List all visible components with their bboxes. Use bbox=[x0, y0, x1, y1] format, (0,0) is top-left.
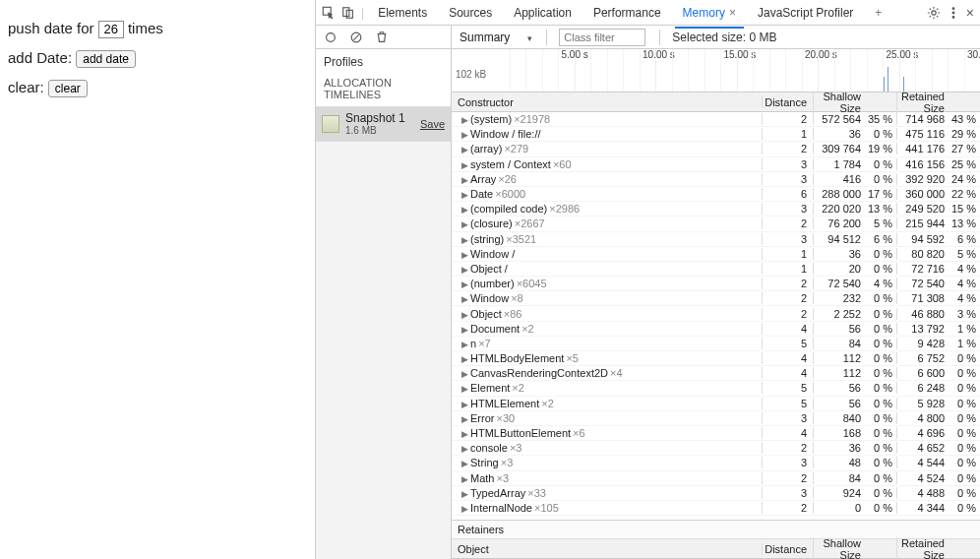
expand-icon[interactable]: ▶ bbox=[461, 175, 468, 185]
expand-icon[interactable]: ▶ bbox=[461, 429, 468, 439]
tab-sources[interactable]: Sources bbox=[441, 2, 500, 24]
allocation-timelines-heading: ALLOCATION TIMELINES bbox=[316, 73, 451, 107]
table-row[interactable]: ▶String×33480 %4 5440 % bbox=[452, 456, 980, 470]
expand-icon[interactable]: ▶ bbox=[461, 160, 468, 170]
table-row[interactable]: ▶(number)×6045272 5404 %72 5404 % bbox=[452, 277, 980, 291]
expand-icon[interactable]: ▶ bbox=[461, 474, 468, 484]
expand-icon[interactable]: ▶ bbox=[461, 325, 468, 335]
col-constructor[interactable]: Constructor bbox=[452, 96, 762, 108]
col-distance[interactable]: Distance bbox=[762, 96, 813, 108]
svg-point-5 bbox=[952, 12, 954, 14]
col-shallow[interactable]: Shallow Size bbox=[813, 91, 896, 114]
table-row[interactable]: ▶Window /1360 %80 8205 % bbox=[452, 247, 980, 262]
clear-button[interactable]: clear bbox=[48, 80, 88, 97]
record-icon[interactable] bbox=[324, 31, 337, 44]
expand-icon[interactable]: ▶ bbox=[461, 340, 468, 349]
table-row[interactable]: ▶(string)×3521394 5126 %94 5926 % bbox=[452, 232, 980, 247]
more-icon[interactable] bbox=[947, 6, 960, 20]
expand-icon[interactable]: ▶ bbox=[461, 235, 468, 245]
inspect-icon[interactable] bbox=[322, 6, 336, 20]
table-row[interactable]: ▶Window×822320 %71 3084 % bbox=[452, 291, 980, 306]
expand-icon[interactable]: ▶ bbox=[461, 489, 468, 499]
table-row[interactable]: ▶Document×24560 %13 7921 % bbox=[452, 322, 980, 337]
expand-icon[interactable]: ▶ bbox=[461, 354, 468, 364]
trash-icon[interactable] bbox=[375, 31, 389, 44]
table-row[interactable]: ▶Array×2634160 %392 92024 % bbox=[452, 172, 980, 187]
tab-elements[interactable]: Elements bbox=[370, 2, 435, 24]
snapshot-size: 1.6 MB bbox=[345, 125, 420, 137]
device-icon[interactable] bbox=[341, 6, 355, 20]
push-label-post: times bbox=[128, 20, 163, 36]
devtools-close-icon[interactable]: × bbox=[966, 5, 974, 21]
retainers-col-object[interactable]: Object bbox=[452, 543, 762, 555]
tab-performance[interactable]: Performance bbox=[585, 2, 669, 24]
expand-icon[interactable]: ▶ bbox=[461, 459, 468, 468]
push-label-pre: push date for bbox=[8, 20, 94, 36]
table-header: Constructor Distance Shallow Size Retain… bbox=[452, 93, 980, 112]
expand-icon[interactable]: ▶ bbox=[461, 190, 468, 200]
expand-icon[interactable]: ▶ bbox=[461, 384, 468, 394]
table-row[interactable]: ▶CanvasRenderingContext2D×441120 %6 6000… bbox=[452, 366, 980, 381]
table-row[interactable]: ▶Object /1200 %72 7164 % bbox=[452, 262, 980, 277]
timeline-ylabel: 102 kB bbox=[456, 69, 486, 80]
expand-icon[interactable]: ▶ bbox=[461, 310, 468, 320]
table-row[interactable]: ▶(system)×219782572 56435 %714 96843 % bbox=[452, 112, 980, 127]
add-date-button[interactable]: add date bbox=[76, 50, 136, 68]
table-row[interactable]: ▶TypedArray×3339240 %4 4880 % bbox=[452, 486, 980, 501]
tab-memory[interactable]: Memory× bbox=[675, 2, 744, 24]
table-row[interactable]: ▶console×32360 %4 6520 % bbox=[452, 441, 980, 456]
expand-icon[interactable]: ▶ bbox=[461, 219, 468, 229]
retainers-col-shallow[interactable]: Shallow Size bbox=[813, 537, 896, 560]
table-row[interactable]: ▶Window / file://1360 %475 11629 % bbox=[452, 127, 980, 142]
svg-point-3 bbox=[932, 10, 936, 14]
snapshot-name: Snapshot 1 bbox=[345, 111, 420, 125]
summary-dropdown[interactable]: Summary bbox=[452, 31, 540, 44]
table-row[interactable]: ▶Date×60006288 00017 %360 00022 % bbox=[452, 187, 980, 202]
retainers-col-distance[interactable]: Distance bbox=[762, 543, 813, 555]
table-row[interactable]: ▶InternalNode×105200 %4 3440 % bbox=[452, 501, 980, 516]
profiles-heading: Profiles bbox=[316, 49, 451, 73]
table-row[interactable]: ▶Object×8622 2520 %46 8803 % bbox=[452, 306, 980, 321]
table-row[interactable]: ▶HTMLElement×25560 %5 9280 % bbox=[452, 397, 980, 411]
expand-icon[interactable]: ▶ bbox=[461, 130, 468, 140]
expand-icon[interactable]: ▶ bbox=[461, 294, 468, 304]
timeline-overview[interactable]: 102 kB 5.00 s10.00 s15.00 s20.00 s25.00 … bbox=[452, 49, 980, 93]
table-row[interactable]: ▶Error×3038400 %4 8000 % bbox=[452, 411, 980, 426]
tab-jsprofiler[interactable]: JavaScript Profiler bbox=[750, 2, 861, 24]
snapshot-save-link[interactable]: Save bbox=[420, 118, 445, 130]
expand-icon[interactable]: ▶ bbox=[461, 145, 468, 155]
devtools-tabbar: | Elements Sources Application Performan… bbox=[316, 0, 980, 26]
retainers-col-retained[interactable]: Retained Size bbox=[896, 537, 980, 560]
table-row[interactable]: ▶n×75840 %9 4281 % bbox=[452, 337, 980, 351]
expand-icon[interactable]: ▶ bbox=[461, 265, 468, 275]
tab-application[interactable]: Application bbox=[506, 2, 580, 24]
selected-size-label: Selected size: 0 MB bbox=[666, 31, 782, 44]
push-count-input[interactable] bbox=[98, 21, 124, 38]
close-icon[interactable]: × bbox=[729, 6, 736, 20]
expand-icon[interactable]: ▶ bbox=[461, 280, 468, 289]
col-retained[interactable]: Retained Size bbox=[896, 91, 980, 114]
table-row[interactable]: ▶HTMLButtonElement×641680 %4 6960 % bbox=[452, 426, 980, 441]
gear-icon[interactable] bbox=[927, 6, 941, 20]
table-row[interactable]: ▶(array)×2792309 76419 %441 17627 % bbox=[452, 142, 980, 156]
expand-icon[interactable]: ▶ bbox=[461, 444, 468, 454]
clear-icon[interactable] bbox=[349, 31, 363, 44]
table-row[interactable]: ▶system / Context×6031 7840 %416 15625 % bbox=[452, 157, 980, 172]
add-tab-button[interactable]: + bbox=[867, 2, 889, 24]
expand-icon[interactable]: ▶ bbox=[461, 414, 468, 424]
snapshot-item[interactable]: Snapshot 1 1.6 MB Save bbox=[316, 107, 451, 142]
expand-icon[interactable]: ▶ bbox=[461, 250, 468, 260]
expand-icon[interactable]: ▶ bbox=[461, 115, 468, 125]
clear-label: clear: bbox=[8, 79, 44, 95]
table-row[interactable]: ▶HTMLBodyElement×541120 %6 7520 % bbox=[452, 351, 980, 366]
expand-icon[interactable]: ▶ bbox=[461, 205, 468, 215]
svg-point-7 bbox=[327, 32, 336, 41]
expand-icon[interactable]: ▶ bbox=[461, 369, 468, 379]
expand-icon[interactable]: ▶ bbox=[461, 504, 468, 514]
table-row[interactable]: ▶Math×32840 %4 5240 % bbox=[452, 471, 980, 486]
table-row[interactable]: ▶(compiled code)×29863220 02013 %249 520… bbox=[452, 202, 980, 217]
class-filter-input[interactable] bbox=[559, 29, 645, 46]
table-row[interactable]: ▶Element×25560 %6 2480 % bbox=[452, 381, 980, 396]
table-row[interactable]: ▶(closure)×2667276 2005 %215 94413 % bbox=[452, 217, 980, 231]
expand-icon[interactable]: ▶ bbox=[461, 400, 468, 409]
